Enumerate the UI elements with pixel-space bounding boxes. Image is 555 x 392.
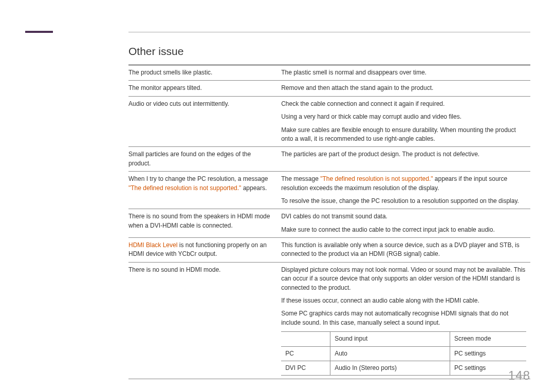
- issue-para: To resolve the issue, change the PC reso…: [281, 197, 526, 206]
- table-row: HDMI Black Level is not functioning prop…: [128, 238, 530, 263]
- section-title: Other issue: [128, 45, 530, 58]
- subtable-cell: [281, 332, 330, 346]
- issue-right: Displayed picture colours may not look n…: [281, 262, 530, 379]
- issue-para: Some PC graphics cards may not automatic…: [281, 309, 526, 327]
- issue-right: The message "The defined resolution is n…: [281, 172, 530, 209]
- highlight-text: "The defined resolution is not supported…: [128, 184, 241, 192]
- issue-right: Check the cable connection and connect i…: [281, 96, 530, 147]
- table-row: When I try to change the PC resolution, …: [128, 172, 530, 209]
- issue-left: The product smells like plastic.: [128, 65, 281, 81]
- issue-right: Remove and then attach the stand again t…: [281, 81, 530, 96]
- issue-para: Using a very hard or thick cable may cor…: [281, 113, 526, 121]
- issue-para: The message "The defined resolution is n…: [281, 175, 526, 193]
- highlight-text: HDMI Black Level: [128, 241, 177, 249]
- table-row-end: [128, 379, 530, 380]
- table-row: Audio or video cuts out intermittently. …: [128, 96, 530, 147]
- issue-right: DVI cables do not transmit sound data. M…: [281, 209, 530, 238]
- table-row: PC Auto PC settings: [281, 346, 526, 361]
- accent-bar: [25, 31, 53, 33]
- issue-para: Make sure to connect the audio cable to …: [281, 226, 526, 234]
- issue-para: If these issues occur, connect an audio …: [281, 296, 526, 305]
- subtable-cell: DVI PC: [281, 361, 330, 375]
- top-rule: [128, 32, 530, 32]
- subtable-cell: Auto: [330, 346, 450, 361]
- sound-input-subtable: Sound input Screen mode PC Auto PC setti…: [281, 331, 526, 376]
- subtable-cell: PC settings: [450, 346, 526, 361]
- subtable-cell: Sound input: [330, 332, 450, 346]
- table-row: There is no sound from the speakers in H…: [128, 209, 530, 238]
- page-content: Other issue The product smells like plas…: [128, 45, 530, 379]
- issue-left: There is no sound from the speakers in H…: [128, 209, 281, 238]
- table-row: There is no sound in HDMI mode. Displaye…: [128, 262, 530, 379]
- table-row: DVI PC Audio In (Stereo ports) PC settin…: [281, 361, 526, 375]
- issue-para: Displayed picture colours may not look n…: [281, 266, 526, 292]
- text-span: appears.: [241, 184, 267, 192]
- text-span: The message: [281, 175, 320, 182]
- subtable-cell: Screen mode: [450, 332, 526, 346]
- issue-left: When I try to change the PC resolution, …: [128, 172, 281, 209]
- issue-right: The particles are part of the product de…: [281, 147, 530, 172]
- highlight-text: "The defined resolution is not supported…: [320, 175, 433, 182]
- subtable-cell: Audio In (Stereo ports): [330, 361, 450, 375]
- issue-left: Small particles are found on the edges o…: [128, 147, 281, 172]
- table-row: Small particles are found on the edges o…: [128, 147, 530, 172]
- text-span: When I try to change the PC resolution, …: [128, 175, 268, 182]
- issue-right: The plastic smell is normal and disappea…: [281, 65, 530, 81]
- page-number: 148: [508, 368, 530, 383]
- table-row: Sound input Screen mode: [281, 332, 526, 346]
- issue-para: DVI cables do not transmit sound data.: [281, 212, 526, 221]
- table-row: The monitor appears tilted. Remove and t…: [128, 81, 530, 96]
- table-row: The product smells like plastic. The pla…: [128, 65, 530, 81]
- issue-left: There is no sound in HDMI mode.: [128, 262, 281, 379]
- issue-left: Audio or video cuts out intermittently.: [128, 96, 281, 147]
- issue-para: Check the cable connection and connect i…: [281, 100, 526, 108]
- subtable-cell: PC: [281, 346, 330, 361]
- issue-left: The monitor appears tilted.: [128, 81, 281, 96]
- issues-table: The product smells like plastic. The pla…: [128, 65, 530, 379]
- issue-left: HDMI Black Level is not functioning prop…: [128, 238, 281, 263]
- issue-right: This function is available only when a s…: [281, 238, 530, 263]
- issue-para: Make sure cables are flexible enough to …: [281, 126, 526, 144]
